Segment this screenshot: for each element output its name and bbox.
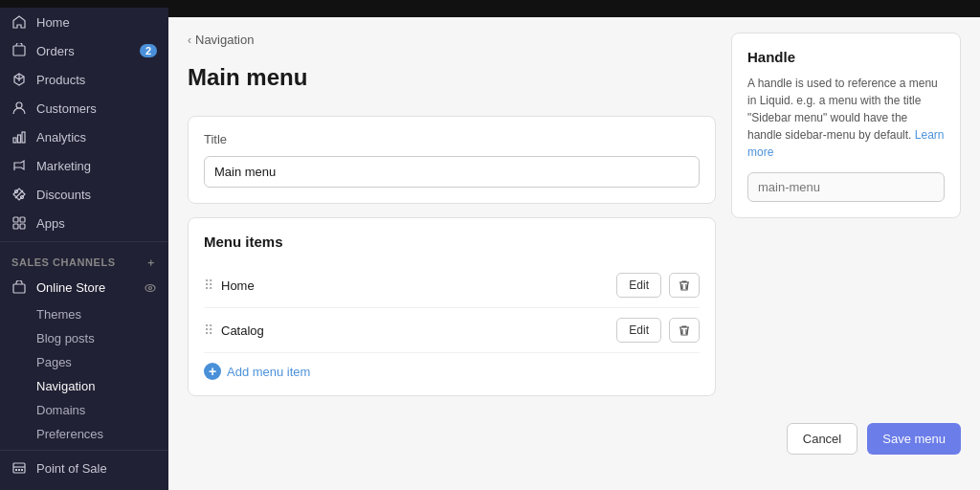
svg-rect-4 <box>22 132 25 143</box>
svg-rect-17 <box>21 469 23 471</box>
pos-icon <box>11 460 27 476</box>
sidebar-item-point-of-sale[interactable]: Point of Sale <box>0 454 168 482</box>
sidebar-item-home[interactable]: Home <box>0 8 168 36</box>
breadcrumb: ‹ Navigation <box>188 33 716 47</box>
delete-home-button[interactable] <box>669 273 700 298</box>
handle-input[interactable] <box>747 172 945 202</box>
sidebar-item-marketing[interactable]: Marketing <box>0 151 168 180</box>
discounts-icon <box>11 187 27 202</box>
svg-rect-7 <box>13 217 18 222</box>
customers-icon <box>11 100 27 116</box>
sidebar-item-analytics-label: Analytics <box>36 130 157 145</box>
sidebar-item-marketing-label: Marketing <box>36 159 157 173</box>
sidebar-sub-item-domains[interactable]: Domains <box>0 398 168 422</box>
sidebar-sub-item-blog-posts[interactable]: Blog posts <box>0 326 168 350</box>
svg-rect-0 <box>13 46 25 56</box>
cancel-button[interactable]: Cancel <box>787 423 858 455</box>
sidebar-item-customers-label: Customers <box>36 101 157 116</box>
sidebar-online-store-label: Online Store <box>36 280 134 295</box>
handle-card-heading: Handle <box>747 49 945 65</box>
svg-rect-16 <box>18 469 20 471</box>
sidebar-item-discounts[interactable]: Discounts <box>0 180 168 209</box>
handle-description: A handle is used to reference a menu in … <box>747 75 945 161</box>
left-column: ‹ Navigation Main menu Title Menu items … <box>188 33 716 396</box>
add-menu-item-label: Add menu item <box>227 365 310 379</box>
drag-handle-home-icon[interactable]: ⠿ <box>204 278 213 293</box>
footer: Cancel Save menu <box>168 412 980 466</box>
add-sales-channel-icon[interactable]: ＋ <box>145 256 157 270</box>
sidebar-sub-item-navigation[interactable]: Navigation <box>0 374 168 398</box>
sidebar: Home Orders 2 Products Customers <box>0 0 168 490</box>
delete-catalog-button[interactable] <box>669 318 700 343</box>
sidebar-sub-item-themes[interactable]: Themes <box>0 302 168 326</box>
menu-item-row-home: ⠿ Home Edit <box>204 263 700 308</box>
add-menu-item-button[interactable]: + Add menu item <box>204 363 700 380</box>
svg-point-12 <box>145 284 155 291</box>
title-card-label: Title <box>204 132 700 146</box>
add-circle-icon: + <box>204 363 221 380</box>
breadcrumb-chevron-icon: ‹ <box>188 33 191 47</box>
products-icon <box>11 72 27 87</box>
sidebar-item-pos-label: Point of Sale <box>36 461 157 476</box>
svg-rect-2 <box>13 138 16 143</box>
svg-rect-3 <box>18 135 21 143</box>
sidebar-item-orders-label: Orders <box>36 44 130 58</box>
main-topbar <box>168 0 980 17</box>
marketing-icon <box>11 158 27 173</box>
menu-item-home-label: Home <box>221 278 609 293</box>
svg-rect-10 <box>20 224 25 229</box>
eye-icon[interactable] <box>144 281 157 295</box>
handle-card: Handle A handle is used to reference a m… <box>731 33 961 218</box>
sidebar-topbar <box>0 0 168 8</box>
sidebar-item-products[interactable]: Products <box>0 65 168 94</box>
sidebar-sub-item-preferences[interactable]: Preferences <box>0 422 168 446</box>
sidebar-item-discounts-label: Discounts <box>36 188 157 202</box>
orders-icon <box>11 43 27 58</box>
page-title: Main menu <box>188 64 716 91</box>
sidebar-item-products-label: Products <box>36 73 157 87</box>
svg-rect-8 <box>20 217 25 222</box>
menu-items-heading: Menu items <box>204 234 700 250</box>
svg-point-13 <box>149 286 152 289</box>
svg-rect-14 <box>13 463 25 473</box>
svg-rect-9 <box>13 224 18 229</box>
apps-icon <box>11 215 27 231</box>
title-card: Title <box>188 116 716 204</box>
svg-rect-15 <box>15 469 17 471</box>
breadcrumb-link[interactable]: Navigation <box>195 33 254 47</box>
edit-home-button[interactable]: Edit <box>616 273 661 298</box>
drag-handle-catalog-icon[interactable]: ⠿ <box>204 323 213 338</box>
sidebar-item-online-store[interactable]: Online Store <box>0 274 168 302</box>
sidebar-item-analytics[interactable]: Analytics <box>0 122 168 151</box>
right-column: Handle A handle is used to reference a m… <box>731 33 961 396</box>
menu-item-row-catalog: ⠿ Catalog Edit <box>204 308 700 353</box>
sales-channels-header: Sales Channels ＋ <box>0 246 168 274</box>
content-area: ‹ Navigation Main menu Title Menu items … <box>168 17 980 412</box>
sidebar-item-customers[interactable]: Customers <box>0 94 168 122</box>
sidebar-sub-item-pages[interactable]: Pages <box>0 350 168 374</box>
sidebar-item-apps[interactable]: Apps <box>0 209 168 237</box>
analytics-icon <box>11 129 27 145</box>
svg-rect-11 <box>13 284 25 293</box>
sidebar-item-orders[interactable]: Orders 2 <box>0 36 168 65</box>
online-store-icon <box>11 280 27 296</box>
save-menu-button[interactable]: Save menu <box>867 423 961 455</box>
orders-badge: 2 <box>140 44 157 57</box>
home-icon <box>11 14 27 30</box>
edit-catalog-button[interactable]: Edit <box>616 318 661 343</box>
menu-items-card: Menu items ⠿ Home Edit ⠿ Catalog <box>188 217 716 396</box>
svg-point-1 <box>16 102 22 108</box>
menu-item-catalog-label: Catalog <box>221 323 609 338</box>
sidebar-item-apps-label: Apps <box>36 216 157 231</box>
title-input[interactable] <box>204 156 700 188</box>
sidebar-item-home-label: Home <box>36 15 157 30</box>
